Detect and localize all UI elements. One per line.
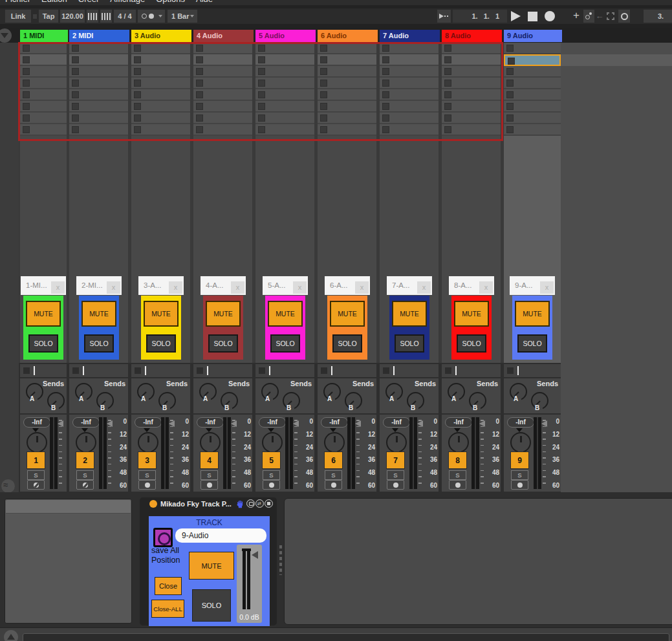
nudge-up-button[interactable] xyxy=(100,10,112,23)
info-view-icon[interactable] xyxy=(4,630,18,641)
track-header-2[interactable]: 2 MIDI xyxy=(69,30,129,42)
track-header-9[interactable]: 9 Audio xyxy=(504,30,562,42)
arm-button[interactable] xyxy=(387,480,404,490)
tempo-field[interactable]: 120.00 xyxy=(60,10,85,23)
time-signature-field[interactable]: 4 / 4 xyxy=(114,10,136,23)
clip-slot[interactable] xyxy=(504,101,561,113)
window-icon[interactable] xyxy=(246,499,255,508)
clip-stop-cell[interactable] xyxy=(20,364,67,377)
close-track-button[interactable]: x xyxy=(51,281,65,294)
track-activator-button[interactable]: 5 xyxy=(262,451,281,469)
volume-meter[interactable] xyxy=(99,417,107,489)
send-b-knob[interactable] xyxy=(158,392,176,409)
solo-cue-button[interactable]: S xyxy=(387,470,404,480)
arm-button[interactable] xyxy=(27,480,45,490)
menu-item-créer[interactable]: Créer xyxy=(78,0,100,4)
mute-button[interactable]: MUTE xyxy=(26,301,61,327)
punch-field[interactable]: 3. xyxy=(644,10,672,23)
clip-stop-cell[interactable] xyxy=(380,364,439,377)
close-track-button[interactable]: x xyxy=(169,281,182,294)
solo-button[interactable]: SOLO xyxy=(332,334,362,353)
record-button[interactable] xyxy=(545,11,555,21)
clip-stop-cell[interactable] xyxy=(193,364,252,377)
track-activator-button[interactable]: 4 xyxy=(200,451,219,469)
follow-button[interactable] xyxy=(437,10,451,23)
menu-item-édition[interactable]: Édition xyxy=(41,0,67,4)
track-name-box[interactable]: 2-MI...x xyxy=(76,276,122,295)
solo-cue-button[interactable]: S xyxy=(201,470,218,480)
send-a-knob[interactable] xyxy=(510,383,527,400)
wave-icon[interactable]: ≈ xyxy=(1,479,15,493)
volume-meter[interactable] xyxy=(223,417,231,489)
nudge-down-button[interactable] xyxy=(87,10,98,23)
send-b-knob[interactable] xyxy=(283,392,300,409)
volume-meter[interactable] xyxy=(534,417,541,489)
track-name-box[interactable]: 4-A...x xyxy=(201,276,246,295)
volume-meter[interactable] xyxy=(471,417,479,489)
level-display[interactable]: -Inf xyxy=(507,417,534,428)
solo-button[interactable]: SOLO xyxy=(84,334,114,353)
track-header-4[interactable]: 4 Audio xyxy=(193,30,254,42)
device-drop-handle-right[interactable] xyxy=(279,545,282,575)
send-a-knob[interactable] xyxy=(323,383,341,400)
close-track-button[interactable]: x xyxy=(540,281,554,294)
mute-button[interactable]: MUTE xyxy=(454,301,489,327)
track-activator-button[interactable]: 3 xyxy=(138,451,157,469)
session-record-button[interactable] xyxy=(618,10,630,23)
close-track-button[interactable]: x xyxy=(355,281,369,294)
solo-cue-button[interactable]: S xyxy=(449,470,466,480)
level-display[interactable]: -Inf xyxy=(23,417,50,428)
pan-knob[interactable] xyxy=(200,432,221,453)
track-header-3[interactable]: 3 Audio xyxy=(131,30,191,42)
pan-knob[interactable] xyxy=(27,432,47,453)
status-input[interactable] xyxy=(23,633,669,641)
clip-stop-cell[interactable] xyxy=(442,364,501,377)
track-activator-button[interactable]: 7 xyxy=(386,451,405,469)
mute-button[interactable]: MUTE xyxy=(330,301,365,327)
menu-item-options[interactable]: Options xyxy=(156,0,185,4)
solo-button[interactable]: SOLO xyxy=(395,334,424,353)
stop-button[interactable] xyxy=(528,12,537,21)
solo-cue-button[interactable]: S xyxy=(76,470,94,480)
track-name-box[interactable]: 1-MI...x xyxy=(21,276,66,295)
arm-button[interactable] xyxy=(325,480,342,490)
track-name-box[interactable]: 8-A...x xyxy=(449,276,494,295)
pan-knob[interactable] xyxy=(324,432,345,453)
solo-button[interactable]: SOLO xyxy=(517,334,547,353)
track-name-box[interactable]: 5-A...x xyxy=(263,276,308,295)
quantization-selector[interactable]: 1 Bar xyxy=(168,10,197,23)
send-b-knob[interactable] xyxy=(345,392,362,409)
capture-button[interactable] xyxy=(607,12,614,20)
track-activator-button[interactable]: 2 xyxy=(76,451,94,469)
session-overview-icon[interactable] xyxy=(0,28,12,43)
solo-button[interactable]: SOLO xyxy=(28,334,58,353)
solo-cue-button[interactable]: S xyxy=(511,470,528,480)
track-header-6[interactable]: 6 Audio xyxy=(318,30,378,42)
arm-button[interactable] xyxy=(201,480,218,490)
device-drop-area[interactable] xyxy=(284,498,672,625)
clip-stop-cell[interactable] xyxy=(318,364,376,377)
close-track-button[interactable]: x xyxy=(107,281,120,294)
send-a-knob[interactable] xyxy=(448,383,465,400)
clip-stop-cell[interactable] xyxy=(131,364,190,377)
clip-stop-cell[interactable] xyxy=(504,364,561,377)
pan-knob[interactable] xyxy=(262,432,283,453)
hotswap-icon[interactable]: ⇄ xyxy=(255,499,264,508)
level-display[interactable]: -Inf xyxy=(259,417,286,428)
send-a-knob[interactable] xyxy=(75,383,92,400)
pan-knob[interactable] xyxy=(386,432,407,453)
arm-button[interactable] xyxy=(511,480,528,490)
track-name-field[interactable]: 9-Audio xyxy=(175,528,266,543)
volume-meter[interactable] xyxy=(347,417,355,489)
arm-button[interactable] xyxy=(263,480,280,490)
mute-button[interactable]: MUTE xyxy=(515,301,550,327)
pan-knob[interactable] xyxy=(448,432,469,453)
track-header-5[interactable]: 5 Audio xyxy=(255,30,316,42)
level-display[interactable]: -Inf xyxy=(72,417,100,428)
send-b-knob[interactable] xyxy=(469,392,486,409)
track-activator-button[interactable]: 1 xyxy=(27,451,45,469)
track-activator-button[interactable]: 6 xyxy=(324,451,343,469)
solo-button[interactable]: SOLO xyxy=(270,334,300,353)
volume-meter[interactable] xyxy=(161,417,169,489)
close-track-button[interactable]: x xyxy=(231,281,244,294)
